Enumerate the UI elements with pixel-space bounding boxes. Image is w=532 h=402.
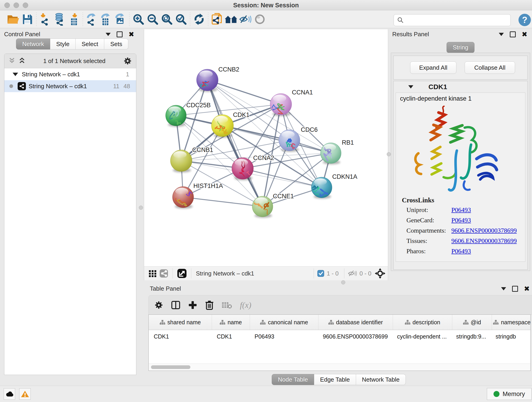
tab-network[interactable]: Network	[16, 38, 50, 50]
cell[interactable]: stringdb:9...	[451, 333, 491, 340]
search-field[interactable]	[394, 14, 511, 26]
cloud-button[interactable]	[4, 388, 15, 400]
cell[interactable]: CDK1	[149, 333, 212, 340]
control-panel-menu-icon[interactable]	[106, 33, 111, 36]
network-share-view-icon[interactable]	[158, 266, 169, 281]
expand-all-button[interactable]: Expand All	[410, 61, 456, 74]
open-in-new-window-icon[interactable]	[176, 266, 188, 281]
export-network-button[interactable]	[85, 12, 99, 26]
birdseye-view-icon[interactable]	[374, 266, 386, 281]
crosslink-link[interactable]: P06493	[451, 248, 471, 255]
cell[interactable]: stringdb	[491, 333, 530, 340]
crosslink-link[interactable]: P06493	[451, 206, 471, 214]
results-panel-float-icon[interactable]	[510, 32, 516, 37]
edge-CCNA2-CDKN1A[interactable]	[243, 168, 322, 187]
table-panel-close-icon[interactable]: ✖	[524, 287, 530, 291]
network-row-selected[interactable]: String Network – cdk1 11 48	[4, 80, 136, 92]
hide-selected-button[interactable]	[239, 12, 253, 26]
table-remove-rows-button[interactable]	[222, 301, 232, 309]
zoom-out-button[interactable]	[146, 12, 160, 26]
zoom-in-button[interactable]	[131, 12, 146, 26]
table-horizontal-scrollbar[interactable]	[149, 364, 530, 370]
node-CDK1[interactable]	[211, 115, 234, 138]
tab-style[interactable]: Style	[50, 38, 76, 50]
zoom-fit-button[interactable]	[160, 12, 174, 26]
table-delete-button[interactable]	[205, 300, 214, 310]
collapse-all-networks-icon[interactable]	[8, 57, 15, 65]
tab-network-table[interactable]: Network Table	[356, 374, 406, 385]
new-network-from-selection-button[interactable]	[210, 12, 224, 26]
scrollbar-thumb[interactable]	[151, 365, 190, 369]
node-CDC25B[interactable]	[166, 105, 186, 129]
table-add-button[interactable]	[188, 300, 197, 310]
crosslink-link[interactable]: 9606.ENSP00000378699	[451, 237, 517, 245]
network-view-canvas[interactable]: CCNB2CCNA1CDC25BCDK1CDC6RB1CCNB1CCNA2CDK…	[144, 29, 388, 266]
left-divider-handle[interactable]	[139, 206, 143, 210]
help-button[interactable]: ?	[519, 14, 531, 26]
column-header-sharedname[interactable]: shared name	[149, 315, 212, 330]
network-list-options-gear-icon[interactable]	[123, 57, 132, 65]
expand-all-networks-icon[interactable]	[19, 57, 25, 65]
node-CDC6[interactable]	[279, 130, 300, 152]
control-panel-close-icon[interactable]: ✖	[128, 32, 134, 37]
first-neighbors-button[interactable]	[224, 12, 239, 26]
node-RB1[interactable]	[321, 143, 341, 164]
cell[interactable]: CDK1	[212, 333, 249, 340]
results-panel-close-icon[interactable]: ✖	[522, 32, 527, 37]
node-CCNE1[interactable]	[252, 196, 274, 221]
warning-button[interactable]	[19, 388, 31, 400]
apply-layout-button[interactable]	[192, 12, 206, 26]
crosslink-link[interactable]: P06493	[451, 217, 471, 224]
cell[interactable]: P06493	[249, 333, 318, 340]
import-table-button[interactable]	[67, 12, 81, 26]
gene-disclosure-icon[interactable]	[408, 85, 413, 89]
collection-disclosure-icon[interactable]	[13, 73, 18, 76]
cell[interactable]: cyclin-dependent ...	[392, 333, 451, 340]
collapse-all-button[interactable]: Collapse All	[465, 61, 515, 74]
import-network-file-button[interactable]	[38, 12, 52, 26]
column-header-description[interactable]: description	[393, 315, 452, 330]
table-panel-float-icon[interactable]	[512, 286, 518, 292]
node-CCNA1[interactable]	[270, 94, 292, 116]
open-session-button[interactable]	[6, 12, 20, 26]
show-all-button[interactable]	[253, 12, 267, 26]
import-network-database-button[interactable]	[52, 12, 67, 26]
bottom-divider-handle[interactable]	[341, 280, 345, 284]
node-CDKN1A[interactable]	[310, 177, 332, 199]
cell[interactable]: 9606.ENSP00000378699	[318, 333, 392, 340]
control-panel-float-icon[interactable]	[117, 32, 123, 37]
node-CCNA2[interactable]	[232, 158, 253, 180]
gene-section-header[interactable]: CDK1	[394, 81, 527, 93]
search-input[interactable]	[406, 15, 510, 25]
tab-select[interactable]: Select	[76, 38, 104, 50]
memory-button[interactable]: Memory	[487, 388, 532, 400]
tab-node-table[interactable]: Node Table	[272, 374, 314, 385]
zoom-selected-button[interactable]	[174, 12, 188, 26]
column-header-id[interactable]: @id	[452, 315, 492, 330]
column-header-name[interactable]: name	[212, 315, 250, 330]
grid-view-icon[interactable]	[147, 266, 158, 281]
edge-HIST1H1A-CCNE1[interactable]	[183, 197, 263, 206]
node-table[interactable]: shared namenamecanonical namedatabase id…	[148, 314, 531, 371]
export-image-button[interactable]	[113, 12, 127, 26]
node-CCNB1[interactable]	[171, 150, 192, 172]
table-row[interactable]: CDK1CDK1P064939606.ENSP00000378699cyclin…	[149, 330, 530, 343]
network-collection-row[interactable]: String Network – cdk1 1	[4, 68, 136, 80]
tab-string[interactable]: String	[447, 42, 475, 53]
table-fx-button[interactable]: f(x)	[240, 300, 251, 310]
node-HIST1H1A[interactable]	[172, 186, 194, 209]
hidden-eye-icon[interactable]	[348, 269, 357, 277]
crosslink-link[interactable]: 9606.ENSP00000378699	[451, 227, 517, 234]
selected-checkbox-icon[interactable]	[317, 270, 324, 277]
tab-sets[interactable]: Sets	[104, 38, 128, 50]
table-gear-button[interactable]	[154, 300, 163, 310]
column-header-namespace[interactable]: namespace	[492, 315, 531, 330]
table-columns-button[interactable]	[171, 300, 180, 310]
save-session-button[interactable]	[20, 12, 34, 26]
tab-edge-table[interactable]: Edge Table	[314, 374, 356, 385]
edge-CCNB2-CCNA1[interactable]	[207, 80, 281, 104]
table-panel-menu-icon[interactable]	[501, 287, 506, 290]
column-header-canonicalname[interactable]: canonical name	[250, 315, 318, 330]
results-panel-menu-icon[interactable]	[499, 33, 504, 36]
column-header-databaseidentifier[interactable]: database identifier	[318, 315, 393, 330]
